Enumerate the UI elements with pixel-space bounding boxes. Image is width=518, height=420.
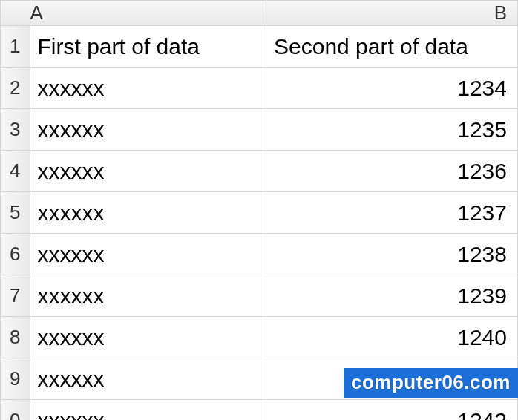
row-header-4[interactable]: 4 <box>1 151 30 192</box>
cell-b2[interactable]: 1234 <box>266 68 518 109</box>
cell-b7[interactable]: 1239 <box>266 275 518 317</box>
column-header-b[interactable]: B <box>266 1 518 26</box>
row-header-2[interactable]: 2 <box>1 68 30 109</box>
cell-a4[interactable]: xxxxxx <box>30 151 266 192</box>
cell-b8[interactable]: 1240 <box>266 317 518 358</box>
cell-a5[interactable]: xxxxxx <box>30 192 266 234</box>
cell-b5[interactable]: 1237 <box>266 192 518 234</box>
row-header-3[interactable]: 3 <box>1 109 30 151</box>
row-header-5[interactable]: 5 <box>1 192 30 234</box>
cell-a3[interactable]: xxxxxx <box>30 109 266 151</box>
cell-a9[interactable]: xxxxxx <box>30 358 266 400</box>
cell-a6[interactable]: xxxxxx <box>30 234 266 275</box>
cell-b3[interactable]: 1235 <box>266 109 518 151</box>
row-header-6[interactable]: 6 <box>1 234 30 275</box>
cell-a8[interactable]: xxxxxx <box>30 317 266 358</box>
row-header-7[interactable]: 7 <box>1 275 30 317</box>
column-header-a[interactable]: A <box>30 1 266 26</box>
cell-b4[interactable]: 1236 <box>266 151 518 192</box>
cell-b1[interactable]: Second part of data <box>266 26 518 68</box>
cell-b6[interactable]: 1238 <box>266 234 518 275</box>
row-header-9[interactable]: 9 <box>1 358 30 400</box>
row-header-10[interactable]: 0 <box>1 400 30 421</box>
spreadsheet-grid[interactable]: A B 1 First part of data Second part of … <box>0 0 518 420</box>
cell-a1[interactable]: First part of data <box>30 26 266 68</box>
watermark-label: computer06.com <box>344 368 518 398</box>
row-header-8[interactable]: 8 <box>1 317 30 358</box>
select-all-corner[interactable] <box>1 1 30 26</box>
cell-a2[interactable]: xxxxxx <box>30 68 266 109</box>
row-header-1[interactable]: 1 <box>1 26 30 68</box>
cell-a10[interactable]: xxxxxx <box>30 400 266 421</box>
cell-a7[interactable]: xxxxxx <box>30 275 266 317</box>
cell-b10[interactable]: 1242 <box>266 400 518 421</box>
